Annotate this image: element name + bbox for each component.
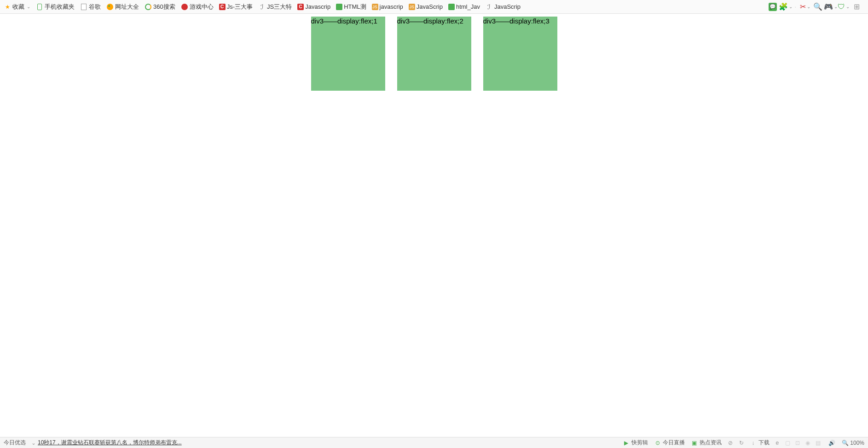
status-bar: 今日优选 ⌄ 10秒17，谢震业钻石联赛斩获第八名，博尔特师弟布雷克... ▶ …: [0, 437, 868, 448]
volume-icon[interactable]: 🔊: [828, 440, 835, 446]
play-icon: ⊙: [654, 440, 661, 446]
chevron-down-icon: ⌄: [27, 4, 30, 9]
chevron-down-icon: ⌄: [31, 440, 36, 446]
globe-icon: [106, 3, 114, 11]
green-icon: [448, 4, 455, 10]
bookmark-javascript-4[interactable]: ℐ JavaScrip: [486, 3, 521, 11]
bookmark-bar: ★ 收藏 ⌄ 手机收藏夹 谷歌 网址大全 360搜索 游戏中心 C Js-三大事: [0, 0, 868, 14]
gamepad-icon[interactable]: 🎮⌄: [827, 3, 835, 11]
bookmark-label: 360搜索: [153, 3, 175, 11]
bookmark-360-search[interactable]: 360搜索: [145, 3, 175, 11]
bookmark-label: JavaScrip: [417, 3, 443, 10]
zoom-value: 100%: [850, 440, 864, 446]
separator: ·: [794, 3, 796, 10]
download-label: 下载: [758, 439, 770, 447]
today-live-label: 今日直播: [663, 439, 685, 447]
bookmark-mobile-fav[interactable]: 手机收藏夹: [36, 3, 75, 11]
box-label: div3——display:flex;2: [397, 17, 463, 25]
clip-icon: ▶: [623, 440, 630, 446]
message-icon[interactable]: 💬: [769, 3, 777, 11]
star-icon: ★: [4, 3, 11, 11]
extension-icon[interactable]: 🧩⌄: [781, 3, 790, 11]
bookmark-favorite[interactable]: ★ 收藏 ⌄: [4, 3, 30, 11]
quick-clip-button[interactable]: ▶ 快剪辑: [623, 439, 648, 447]
mobile-icon: [36, 3, 43, 11]
page-content: div3——display:flex;1 div3——display:flex;…: [0, 14, 868, 91]
c-icon: C: [297, 4, 304, 10]
bookmark-html-test[interactable]: HTML测: [336, 3, 366, 11]
bookmark-label: 网址大全: [115, 3, 139, 11]
pc-icon[interactable]: e: [776, 440, 779, 446]
bookmark-label: Js-三大事: [227, 3, 253, 11]
flex-container: div3——display:flex;1 div3——display:flex;…: [311, 17, 557, 91]
box-label: div3——display:flex;1: [311, 17, 377, 25]
news-icon: ▣: [691, 440, 698, 446]
bookmark-js-three[interactable]: C Js-三大事: [219, 3, 253, 11]
news-headline: 10秒17，谢震业钻石联赛斩获第八名，博尔特师弟布雷克...: [38, 439, 182, 447]
bookmark-label: 手机收藏夹: [45, 3, 75, 11]
hot-news-button[interactable]: ▣ 热点资讯: [691, 439, 722, 447]
download-icon: ↓: [750, 440, 757, 446]
bookmark-html-jav[interactable]: html_Jav: [448, 3, 480, 10]
today-pick[interactable]: 今日优选: [4, 439, 26, 447]
bookmark-label: Javascrip: [305, 3, 330, 10]
bookmark-javascript-2[interactable]: JS javascrip: [372, 3, 403, 10]
jsx-icon: JS: [409, 4, 415, 10]
bookmark-label: 收藏: [12, 3, 24, 11]
block-icon[interactable]: ⊘: [728, 440, 733, 446]
shield-icon[interactable]: 🛡⌄: [839, 3, 848, 11]
apps-grid-icon[interactable]: ⊞: [852, 3, 861, 11]
bookmark-google[interactable]: 谷歌: [80, 3, 101, 11]
status-right-group: ▶ 快剪辑 ⊙ 今日直播 ▣ 热点资讯 ⊘ ↻ ↓ 下载 e ▢ ⊡ ◉ ▤ 🔊…: [623, 439, 864, 447]
c-icon: C: [219, 4, 226, 10]
zoom-icon: 🔍: [842, 440, 848, 446]
scissors-icon[interactable]: ✂⌄: [801, 3, 809, 11]
disabled-icons-group: ▢ ⊡ ◉ ▤: [785, 440, 822, 446]
bookmark-label: javascrip: [380, 3, 403, 10]
game-icon: [181, 3, 188, 11]
disabled-icon-2: ⊡: [795, 440, 802, 446]
box-label: div3——display:flex;3: [483, 17, 550, 25]
bookmark-label: JavaScrip: [494, 3, 521, 10]
download-button[interactable]: ↓ 下载: [750, 439, 770, 447]
bookmark-label: JS三大特: [267, 3, 292, 11]
disabled-icon-1: ▢: [785, 440, 792, 446]
js-icon: ℐ: [258, 3, 266, 11]
jsx-icon: JS: [372, 4, 378, 10]
bookmark-label: 谷歌: [89, 3, 101, 11]
bookmark-right-toolbar: 💬 🧩⌄ · ✂⌄ 🔍 🎮⌄ 🛡⌄ ⊞: [769, 3, 864, 11]
disabled-icon-4: ▤: [816, 440, 822, 446]
bookmark-javascript-1[interactable]: C Javascrip: [297, 3, 330, 10]
green-icon: [336, 4, 342, 10]
disabled-icon-3: ◉: [805, 440, 812, 446]
bookmark-label: html_Jav: [456, 3, 480, 10]
news-scroll[interactable]: ⌄ 10秒17，谢震业钻石联赛斩获第八名，博尔特师弟布雷克...: [31, 439, 182, 447]
flex-box-3: div3——display:flex;3: [483, 17, 557, 91]
hot-news-label: 热点资讯: [700, 439, 722, 447]
quick-clip-label: 快剪辑: [631, 439, 648, 447]
bookmark-label: HTML测: [344, 3, 366, 11]
status-left-group: 今日优选 ⌄ 10秒17，谢震业钻石联赛斩获第八名，博尔特师弟布雷克...: [4, 439, 182, 447]
flex-box-2: div3——display:flex;2: [397, 17, 471, 91]
flex-box-1: div3——display:flex;1: [311, 17, 385, 91]
js-icon: ℐ: [486, 3, 493, 11]
zoom-control[interactable]: 🔍 100%: [842, 440, 864, 446]
bookmark-js-three-lite[interactable]: ℐ JS三大特: [258, 3, 292, 11]
bookmark-site-nav[interactable]: 网址大全: [106, 3, 139, 11]
today-live-button[interactable]: ⊙ 今日直播: [654, 439, 685, 447]
bookmark-label: 游戏中心: [190, 3, 214, 11]
today-pick-label: 今日优选: [4, 439, 26, 447]
bookmark-javascript-3[interactable]: JS JavaScrip: [409, 3, 443, 10]
search-icon[interactable]: 🔍: [814, 3, 822, 11]
bookmark-left-group: ★ 收藏 ⌄ 手机收藏夹 谷歌 网址大全 360搜索 游戏中心 C Js-三大事: [4, 3, 521, 11]
page-icon: [80, 3, 87, 11]
360-icon: [145, 3, 152, 11]
refresh-icon[interactable]: ↻: [739, 440, 744, 446]
bookmark-game-center[interactable]: 游戏中心: [181, 3, 214, 11]
